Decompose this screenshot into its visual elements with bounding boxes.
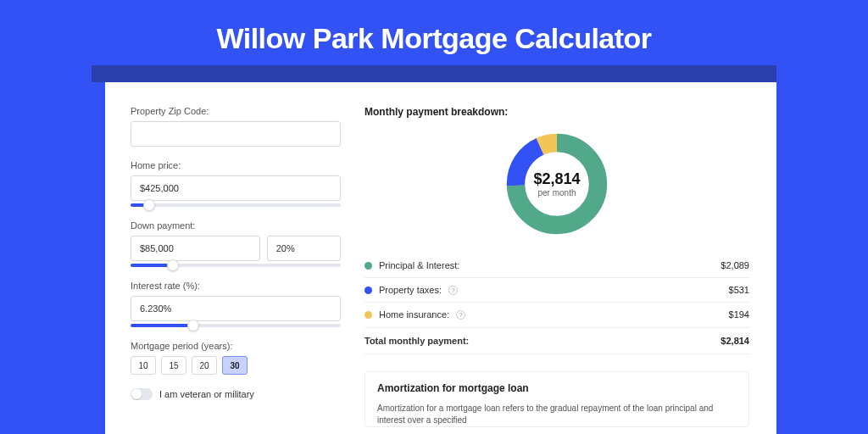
header-band [92, 65, 776, 82]
veteran-toggle[interactable] [131, 388, 153, 400]
legend-label-tax: Property taxes: [379, 285, 442, 295]
legend-value-ins: $194 [729, 309, 749, 320]
zip-field: Property Zip Code: [131, 106, 341, 147]
amortization-title: Amortization for mortgage loan [377, 382, 737, 394]
home-price-label: Home price: [131, 160, 341, 170]
period-btn-20[interactable]: 20 [192, 356, 217, 375]
legend-value-tax: $531 [729, 285, 749, 295]
results-panel: Monthly payment breakdown: $2,814 per mo… [364, 106, 749, 434]
legend-label-pi: Principal & Interest: [379, 260, 459, 270]
interest-rate-label: Interest rate (%): [131, 281, 341, 291]
donut-sub: per month [537, 188, 576, 198]
legend-left-ins: Home insurance:? [364, 309, 465, 320]
down-amount-input[interactable] [131, 236, 260, 261]
legend-row-ins: Home insurance:?$194 [364, 303, 749, 326]
amortization-box: Amortization for mortgage loan Amortizat… [364, 371, 749, 427]
page-title: Willow Park Mortgage Calculator [0, 0, 868, 65]
period-btn-15[interactable]: 15 [161, 356, 186, 375]
legend-dot-tax [364, 287, 372, 294]
down-payment-field: Down payment: [131, 220, 341, 267]
mortgage-period-field: Mortgage period (years): 10152030 [131, 341, 341, 375]
interest-rate-field: Interest rate (%): [131, 281, 341, 327]
zip-label: Property Zip Code: [131, 106, 341, 116]
legend-total-label: Total monthly payment: [364, 336, 469, 346]
legend-dot-pi [364, 262, 372, 270]
legend-label-ins: Home insurance: [379, 309, 449, 320]
legend-total-value: $2,814 [721, 336, 749, 346]
veteran-label: I am veteran or military [159, 389, 254, 399]
legend-total-row: Total monthly payment: $2,814 [364, 327, 749, 354]
legend-row-pi: Principal & Interest:$2,089 [364, 253, 749, 278]
home-price-field: Home price: [131, 160, 341, 207]
legend-left-pi: Principal & Interest: [364, 260, 459, 270]
donut-center: $2,814 per month [503, 130, 611, 238]
veteran-toggle-row: I am veteran or military [131, 388, 341, 400]
down-pct-input[interactable] [267, 236, 341, 261]
donut-chart-wrap: $2,814 per month [364, 130, 749, 238]
donut-chart: $2,814 per month [503, 130, 611, 238]
legend: Principal & Interest:$2,089Property taxe… [364, 253, 749, 326]
interest-rate-input[interactable] [131, 296, 341, 321]
mortgage-period-buttons: 10152030 [131, 356, 341, 375]
legend-row-tax: Property taxes:?$531 [364, 278, 749, 303]
breakdown-title: Monthly payment breakdown: [364, 106, 749, 118]
inputs-panel: Property Zip Code: Home price: Down paym… [131, 106, 341, 434]
toggle-knob [131, 389, 142, 399]
help-icon[interactable]: ? [448, 286, 458, 295]
legend-left-tax: Property taxes:? [364, 285, 458, 295]
amortization-text: Amortization for a mortgage loan refers … [377, 403, 737, 426]
help-icon[interactable]: ? [456, 310, 465, 320]
period-btn-10[interactable]: 10 [131, 356, 156, 375]
legend-value-pi: $2,089 [721, 260, 749, 270]
down-payment-slider[interactable] [131, 264, 341, 267]
home-price-slider[interactable] [131, 203, 341, 207]
home-price-input[interactable] [131, 175, 341, 201]
interest-rate-slider[interactable] [131, 324, 341, 327]
zip-input[interactable] [131, 121, 341, 147]
calculator-card: Property Zip Code: Home price: Down paym… [105, 82, 776, 434]
period-btn-30[interactable]: 30 [222, 356, 248, 375]
donut-value: $2,814 [533, 170, 580, 188]
down-payment-label: Down payment: [131, 220, 341, 231]
legend-dot-ins [364, 311, 372, 319]
mortgage-period-label: Mortgage period (years): [131, 341, 341, 351]
